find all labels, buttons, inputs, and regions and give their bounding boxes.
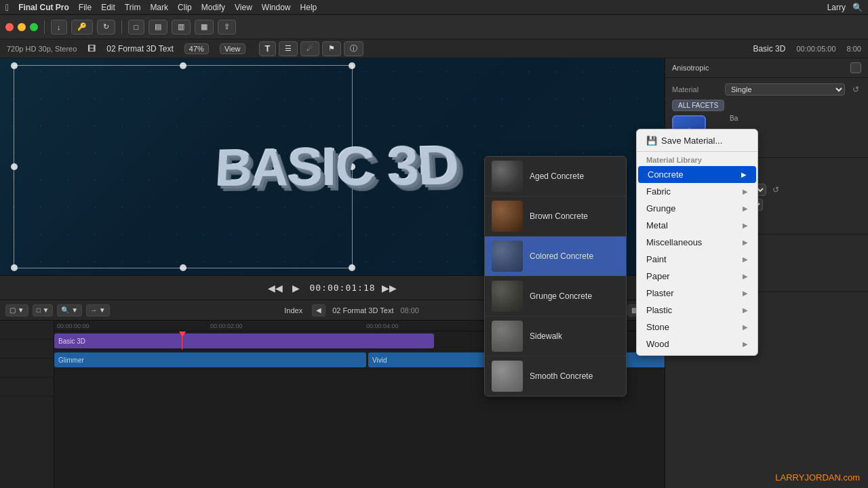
category-plaster[interactable]: Plaster ▶ [637, 285, 757, 302]
category-fabric[interactable]: Fabric ▶ [637, 183, 757, 200]
export-button[interactable]: ⇧ [218, 20, 236, 35]
timeline-zoom-button[interactable]: 🔍 ▼ [57, 304, 82, 317]
maximize-button[interactable] [30, 23, 38, 31]
menu-mark[interactable]: Mark [150, 3, 168, 12]
timeline-view-button[interactable]: ▢ ▼ [5, 304, 28, 317]
menu-view[interactable]: View [235, 3, 252, 12]
menu-clip[interactable]: Clip [178, 3, 192, 12]
category-paint[interactable]: Paint ▶ [637, 251, 757, 268]
menu-edit[interactable]: Edit [101, 3, 115, 12]
apple-logo[interactable]:  [5, 2, 9, 13]
category-metal[interactable]: Metal ▶ [637, 217, 757, 234]
popup-divider [637, 151, 757, 152]
clip-basic3d[interactable]: Basic 3D [54, 333, 434, 348]
menu-app[interactable]: Final Cut Pro [18, 3, 69, 12]
track-label-glimmer [0, 359, 54, 378]
key-button[interactable]: 🔑 [71, 20, 93, 35]
concrete-chevron-icon: ▶ [741, 171, 747, 178]
material-preview-label: Ba [730, 115, 738, 122]
play-button[interactable]: ▶ [289, 281, 302, 295]
grunge-concrete-thumb [492, 281, 523, 312]
layout-button-4[interactable]: ▦ [195, 20, 214, 35]
timeline-clip-button[interactable]: □ ▼ [33, 304, 54, 317]
save-material-popup[interactable]: 💾 Save Material... Material Library Conc… [636, 129, 758, 356]
save-material-item[interactable]: 💾 Save Material... [637, 132, 757, 149]
menu-file[interactable]: File [79, 3, 92, 12]
grunge-concrete-label: Grunge Concrete [530, 291, 592, 301]
material-row: Material Single Multiple ↺ [672, 83, 861, 96]
plastic-chevron-icon: ▶ [743, 306, 748, 314]
category-miscellaneous[interactable]: Miscellaneous ▶ [637, 234, 757, 251]
category-grunge[interactable]: Grunge ▶ [637, 200, 757, 217]
timeline-project-title: 02 Format 3D Text [332, 306, 393, 314]
inspector-info-button[interactable]: ⓘ [344, 41, 363, 56]
toolbar-sep-2 [121, 20, 122, 34]
category-stone[interactable]: Stone ▶ [637, 319, 757, 336]
smooth-concrete-label: Smooth Concrete [530, 371, 593, 381]
concrete-item-smooth[interactable]: Smooth Concrete [485, 357, 626, 396]
brown-concrete-label: Brown Concrete [530, 211, 588, 221]
menu-trim[interactable]: Trim [125, 3, 141, 12]
stone-chevron-icon: ▶ [743, 323, 748, 331]
clip-glimmer[interactable]: Glimmer [54, 352, 366, 367]
category-paper[interactable]: Paper ▶ [637, 268, 757, 285]
tc-2: 00:00:02:00 [210, 323, 243, 329]
inspector-flag-button[interactable]: ⚑ [322, 41, 341, 56]
timecode-ruler-label [0, 321, 54, 340]
tc-4: 00:00:04:00 [366, 323, 399, 329]
infobar: 720p HD 30p, Stereo 🎞 02 Format 3D Text … [0, 39, 868, 58]
concrete-item-sidewalk[interactable]: Sidewalk [485, 317, 626, 357]
concrete-item-brown[interactable]: Brown Concrete [485, 197, 626, 237]
format-info: 720p HD 30p, Stereo [7, 45, 77, 53]
fast-forward-button[interactable]: ▶▶ [382, 281, 396, 295]
track-label-basic3d [0, 340, 54, 359]
all-facets-button[interactable]: ALL FACETS [672, 100, 724, 111]
wood-chevron-icon: ▶ [743, 340, 748, 348]
anisotropic-checkbox[interactable] [850, 62, 861, 73]
category-wood[interactable]: Wood ▶ [637, 336, 757, 352]
refresh-button[interactable]: ↻ [97, 20, 115, 35]
plastic-reset-button[interactable]: ↺ [770, 184, 781, 195]
timeline-nav-prev[interactable]: ◀ [312, 304, 326, 317]
inspector-grid-button[interactable]: ☄ [300, 41, 319, 56]
zoom-control[interactable]: 47% [184, 43, 209, 54]
menu-modify[interactable]: Modify [201, 3, 225, 12]
material-reset-button[interactable]: ↺ [850, 84, 861, 95]
project-title: 02 Format 3D Text [106, 44, 173, 54]
concrete-item-colored[interactable]: Colored Concrete [485, 237, 626, 277]
layout-button-2[interactable]: ▤ [149, 20, 167, 35]
inspector-list-button[interactable]: ☰ [279, 41, 298, 56]
menu-help[interactable]: Help [300, 3, 317, 12]
traffic-lights [5, 23, 38, 31]
menu-window[interactable]: Window [262, 3, 291, 12]
concrete-submenu[interactable]: Aged Concrete Brown Concrete Colored Con… [484, 156, 627, 396]
effect-name: Basic 3D [753, 44, 785, 54]
search-icon[interactable]: 🔍 [852, 3, 863, 12]
user-name: Larry [827, 3, 846, 12]
minimize-button[interactable] [18, 23, 26, 31]
concrete-item-aged[interactable]: Aged Concrete [485, 157, 626, 197]
camera-icon: 🎞 [87, 44, 96, 54]
concrete-item-grunge[interactable]: Grunge Concrete [485, 277, 626, 317]
menubar-right: Larry 🔍 [827, 3, 863, 12]
duration-display: 8:00 [847, 45, 861, 53]
material-select[interactable]: Single Multiple [725, 83, 845, 96]
text-style-button[interactable]: T [259, 41, 277, 56]
arrow-down-button[interactable]: ↓ [51, 20, 67, 35]
colored-concrete-label: Colored Concrete [530, 251, 593, 261]
info-right: Basic 3D 00:00:05:00 8:00 [753, 44, 861, 54]
layout-button-1[interactable]: □ [128, 20, 145, 35]
timecode-current: 00:00:01:18 [309, 283, 375, 293]
layout-button-3[interactable]: ▥ [172, 20, 191, 35]
category-plastic[interactable]: Plastic ▶ [637, 302, 757, 319]
index-label: Index [284, 306, 302, 314]
close-button[interactable] [5, 23, 14, 31]
view-button[interactable]: View [220, 43, 245, 54]
timeline-arrow-button[interactable]: → ▼ [86, 304, 110, 317]
category-concrete[interactable]: Concrete ▶ [638, 166, 756, 183]
sidewalk-label: Sidewalk [530, 331, 562, 341]
rewind-button[interactable]: ◀◀ [269, 281, 282, 295]
timeline-duration: 08:00 [400, 306, 419, 314]
paper-chevron-icon: ▶ [743, 272, 748, 280]
track-label-vivid [0, 378, 54, 396]
